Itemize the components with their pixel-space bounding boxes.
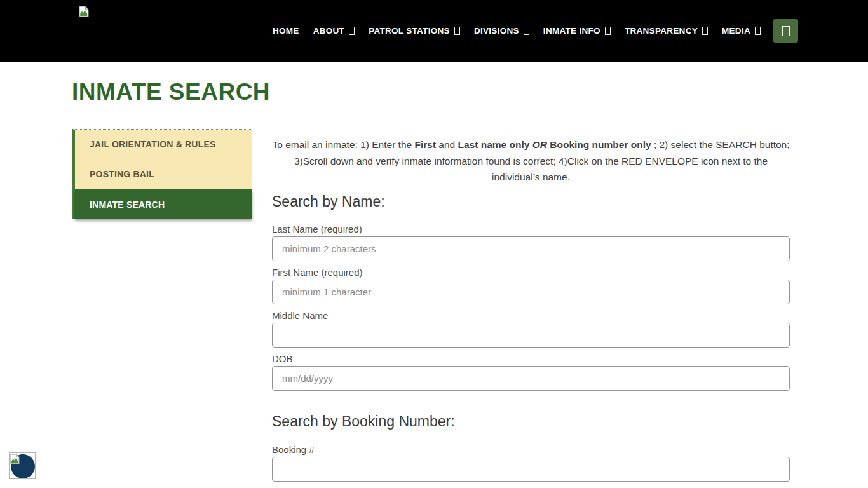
middle-name-input[interactable] (272, 323, 790, 348)
sidebar-item-inmate-search[interactable]: INMATE SEARCH (75, 189, 252, 219)
sidebar-item-jail-orientation-rules[interactable]: JAIL ORIENTATION & RULES (75, 130, 252, 159)
sidebar-item-posting-bail[interactable]: POSTING BAIL (75, 159, 252, 189)
dropdown-missing-glyph-icon (349, 27, 355, 35)
nav-item-about[interactable]: ABOUT (313, 26, 355, 36)
nav-menu: HOME ABOUT PATROL STATIONS DIVISIONS INM… (259, 0, 798, 62)
instruction-text-bold: Last name only (458, 139, 532, 150)
nav-item-label: DIVISIONS (474, 26, 519, 36)
nav-item-label: TRANSPARENCY (625, 26, 698, 36)
sidebar-nav: JAIL ORIENTATION & RULES POSTING BAIL IN… (72, 129, 252, 219)
dropdown-missing-glyph-icon (605, 27, 611, 35)
email-inmate-instructions: To email an inmate: 1) Enter the First a… (272, 137, 790, 186)
first-name-field-group: First Name (required) (272, 267, 790, 304)
instruction-text-bold: Booking number only (550, 139, 651, 150)
instruction-text: and (436, 139, 458, 150)
dropdown-missing-glyph-icon (524, 27, 529, 35)
dropdown-missing-glyph-icon (755, 27, 761, 35)
instruction-text-bold: First (414, 139, 436, 150)
dob-label: DOB (272, 353, 790, 364)
instruction-text-or: OR (532, 139, 547, 150)
instruction-text: To email an inmate: 1) Enter the (272, 139, 414, 150)
search-missing-glyph-icon (782, 26, 790, 36)
page-title: INMATE SEARCH (72, 79, 270, 105)
nav-item-transparency[interactable]: TRANSPARENCY (625, 26, 708, 36)
booking-number-label: Booking # (272, 444, 790, 455)
booking-number-field-group: Booking # (272, 444, 790, 482)
nav-item-label: MEDIA (722, 26, 750, 36)
nav-item-media[interactable]: MEDIA (722, 26, 761, 36)
accessibility-broken-image-icon (10, 454, 20, 464)
sidebar-item-label: POSTING BAIL (90, 169, 154, 179)
first-name-input[interactable] (272, 280, 790, 304)
last-name-label: Last Name (required) (272, 224, 790, 234)
search-by-name-heading: Search by Name: (272, 193, 790, 210)
middle-name-label: Middle Name (272, 310, 790, 321)
last-name-input[interactable] (272, 236, 790, 261)
sidebar-item-label: JAIL ORIENTATION & RULES (90, 139, 215, 149)
nav-search-button[interactable] (773, 19, 798, 43)
main-content: To email an inmate: 1) Enter the First a… (272, 137, 790, 482)
nav-item-label: HOME (273, 26, 299, 36)
dropdown-missing-glyph-icon (702, 27, 708, 35)
dob-field-group: DOB (272, 353, 790, 391)
booking-number-input[interactable] (272, 457, 790, 482)
accessibility-widget-button[interactable] (9, 452, 36, 479)
search-by-booking-heading: Search by Booking Number: (272, 413, 790, 430)
first-name-label: First Name (required) (272, 267, 790, 278)
dropdown-missing-glyph-icon (454, 27, 460, 35)
nav-item-divisions[interactable]: DIVISIONS (474, 26, 529, 36)
last-name-field-group: Last Name (required) (272, 224, 790, 261)
dob-input[interactable] (272, 366, 790, 391)
nav-item-patrol-stations[interactable]: PATROL STATIONS (369, 26, 460, 36)
nav-item-label: ABOUT (313, 26, 345, 36)
sidebar-item-label: INMATE SEARCH (90, 200, 165, 210)
nav-item-label: INMATE INFO (543, 26, 600, 36)
middle-name-field-group: Middle Name (272, 310, 790, 348)
top-nav: HOME ABOUT PATROL STATIONS DIVISIONS INM… (0, 0, 868, 62)
nav-item-label: PATROL STATIONS (369, 26, 450, 36)
nav-item-inmate-info[interactable]: INMATE INFO (543, 26, 611, 36)
logo-broken-image-icon[interactable] (79, 6, 89, 17)
nav-item-home[interactable]: HOME (273, 26, 299, 36)
